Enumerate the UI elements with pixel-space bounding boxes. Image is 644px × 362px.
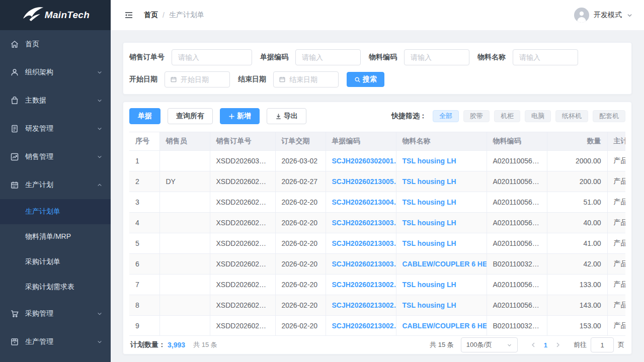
sidebar-item-production-plan[interactable]: 生产计划 bbox=[0, 171, 111, 199]
plan-table: 序号 销售员 销售订单号 订单交期 单据编码 物料名称 物料编码 数量 主计 bbox=[129, 132, 625, 335]
quick-filter-chip[interactable]: 电脑 bbox=[525, 110, 551, 122]
export-button[interactable]: 导出 bbox=[267, 108, 306, 124]
table-row: 9 XSDD202602… 2026-02-20 SCJH20260213002… bbox=[129, 315, 625, 335]
material-name-link[interactable]: TSL housing LH bbox=[403, 281, 456, 289]
material-name-link[interactable]: TSL housing LH bbox=[403, 157, 456, 165]
end-date-input[interactable] bbox=[289, 75, 333, 83]
cell-doc-code: SCJH20260213003… bbox=[326, 253, 396, 274]
table-row: 8 XSDD202602… 2026-02-20 SCJH20260213002… bbox=[129, 295, 625, 315]
material-code-input[interactable] bbox=[404, 49, 469, 65]
next-page-icon[interactable] bbox=[554, 341, 561, 348]
doc-code-link[interactable]: SCJH20260213002… bbox=[332, 301, 396, 309]
cell-material-name: TSL housing LH bbox=[396, 295, 487, 315]
page-size-select[interactable]: 100条/页 bbox=[461, 337, 518, 352]
sidebar-subitem-purchase-plan-demand[interactable]: 采购计划需求表 bbox=[0, 275, 111, 300]
material-name-link[interactable]: TSL housing LH bbox=[403, 177, 456, 186]
sidebar-subitem-purchase-plan[interactable]: 采购计划单 bbox=[0, 249, 111, 275]
sidebar-item-rd-management[interactable]: 研发管理 bbox=[0, 115, 111, 143]
cell-due-date: 2026-02-20 bbox=[275, 253, 326, 274]
doc-code-link[interactable]: SCJH20260213002… bbox=[332, 281, 396, 289]
start-date-picker[interactable] bbox=[165, 71, 230, 87]
doc-code-link[interactable]: SCJH20260302001… bbox=[332, 157, 396, 165]
chevron-down-icon bbox=[97, 311, 103, 317]
cell-qty: 200.00 bbox=[547, 171, 607, 192]
sidebar-item-purchase-management[interactable]: 采购管理 bbox=[0, 300, 111, 328]
search-button[interactable]: 搜索 bbox=[347, 72, 384, 87]
cell-due-date: 2026-02-20 bbox=[275, 315, 326, 335]
add-button[interactable]: 新增 bbox=[220, 108, 260, 124]
table-row: 2 DY XSDD202602… 2026-02-27 SCJH20260213… bbox=[129, 171, 625, 192]
start-date-input[interactable] bbox=[181, 75, 224, 83]
sidebar-item-production-management[interactable]: 生产管理 bbox=[0, 328, 111, 356]
sidebar-item-label: 组织架构 bbox=[25, 68, 97, 77]
material-name-link[interactable]: CABLEW/COUPLER 6 HE bbox=[403, 260, 487, 268]
prev-page-icon[interactable] bbox=[530, 341, 537, 348]
sidebar-item-home[interactable]: 首页 bbox=[0, 30, 111, 58]
plan-summary: 计划数量： 3,993 共 15 条 bbox=[130, 340, 217, 349]
table-scroll-area[interactable]: 序号 销售员 销售订单号 订单交期 单据编码 物料名称 物料编码 数量 主计 bbox=[129, 132, 625, 335]
cell-seller bbox=[159, 253, 210, 274]
doc-code-link[interactable]: SCJH20260213003… bbox=[332, 239, 396, 247]
doc-code-link[interactable]: SCJH20260213003… bbox=[332, 219, 396, 227]
doc-code-link[interactable]: SCJH20260213003… bbox=[332, 260, 396, 268]
cell-sales-order: XSDD202602… bbox=[210, 274, 275, 295]
sidebar-subitem-bom-mrp[interactable]: 物料清单/MRP bbox=[0, 224, 111, 249]
material-name-link[interactable]: TSL housing LH bbox=[403, 219, 456, 227]
cell-index: 8 bbox=[129, 295, 159, 315]
cell-qty: 133.00 bbox=[547, 274, 607, 295]
table-row: 4 XSDD202602… 2026-02-20 SCJH20260213003… bbox=[129, 212, 625, 233]
cell-sales-order: XSDD202602… bbox=[210, 315, 275, 335]
quick-filter-chip[interactable]: 配套机 bbox=[593, 110, 625, 122]
sidebar-item-master-data[interactable]: 主数据 bbox=[0, 86, 111, 115]
doc-code-input[interactable] bbox=[295, 49, 361, 65]
sidebar-item-sales-management[interactable]: 销售管理 bbox=[0, 143, 111, 171]
doc-button[interactable]: 单据 bbox=[129, 108, 160, 124]
chevron-up-icon bbox=[97, 182, 103, 188]
cell-doc-code: SCJH20260213002… bbox=[326, 274, 396, 295]
cell-plan-type: 产品 bbox=[607, 212, 625, 233]
sidebar-item-organization[interactable]: 组织架构 bbox=[0, 58, 111, 86]
sidebar-fold-icon[interactable] bbox=[124, 10, 134, 20]
sales-order-input[interactable] bbox=[172, 49, 252, 65]
doc-code-link[interactable]: SCJH20260213005… bbox=[332, 177, 396, 186]
cell-due-date: 2026-02-27 bbox=[275, 171, 326, 192]
total-count: 共 15 条 bbox=[193, 340, 217, 349]
chevron-down-icon bbox=[97, 339, 103, 345]
breadcrumb-home[interactable]: 首页 bbox=[144, 11, 158, 20]
end-date-picker[interactable] bbox=[273, 71, 339, 87]
cell-due-date: 2026-02-20 bbox=[275, 274, 326, 295]
cell-qty: 2000.00 bbox=[547, 150, 607, 171]
doc-code-link[interactable]: SCJH20260213002… bbox=[332, 322, 396, 330]
sidebar-item-label: 采购管理 bbox=[25, 309, 97, 318]
material-name-link[interactable]: CABLEW/COUPLER 6 HE bbox=[403, 322, 487, 330]
cell-doc-code: SCJH20260213005… bbox=[326, 171, 396, 192]
sidebar-subitem-production-plan-list[interactable]: 生产计划单 bbox=[0, 199, 111, 224]
sidebar-subitem-label: 物料清单/MRP bbox=[25, 232, 71, 241]
quick-filter-chip[interactable]: 胶带 bbox=[463, 110, 490, 122]
material-name-link[interactable]: TSL housing LH bbox=[403, 239, 456, 247]
material-name-link[interactable]: TSL housing LH bbox=[403, 198, 456, 206]
cell-plan-type: 产品 bbox=[607, 192, 625, 212]
cell-material-code: A020110056… bbox=[487, 150, 547, 171]
cell-material-code: B020110032… bbox=[487, 315, 547, 335]
page-number[interactable]: 1 bbox=[541, 341, 550, 349]
cell-qty: 41.00 bbox=[547, 233, 607, 253]
query-all-button[interactable]: 查询所有 bbox=[168, 108, 213, 124]
quick-filter-chip[interactable]: 机柜 bbox=[494, 110, 520, 122]
quick-filter-chip[interactable]: 纸杯机 bbox=[555, 110, 588, 122]
quick-filter-label: 快捷筛选： bbox=[391, 112, 427, 121]
cell-doc-code: SCJH20260213004… bbox=[326, 192, 396, 212]
cart-icon bbox=[10, 309, 19, 318]
cell-material-code: B020110032… bbox=[487, 253, 547, 274]
chevron-down-icon bbox=[97, 154, 103, 160]
quick-filter-chip-all[interactable]: 全部 bbox=[433, 110, 459, 122]
sidebar: MainTech 首页 组织架构 主数据 研发管理 bbox=[0, 0, 111, 362]
table-footer: 计划数量： 3,993 共 15 条 共 15 条 100条/页 1 前往 bbox=[129, 335, 625, 354]
goto-page-input[interactable] bbox=[591, 337, 614, 352]
material-name-input[interactable] bbox=[513, 49, 578, 65]
material-name-link[interactable]: TSL housing LH bbox=[403, 301, 456, 309]
user-menu[interactable]: 开发模式 bbox=[574, 8, 633, 23]
doc-code-link[interactable]: SCJH20260213004… bbox=[332, 198, 396, 206]
breadcrumb-separator: / bbox=[163, 11, 165, 19]
cell-qty: 143.00 bbox=[547, 295, 607, 315]
